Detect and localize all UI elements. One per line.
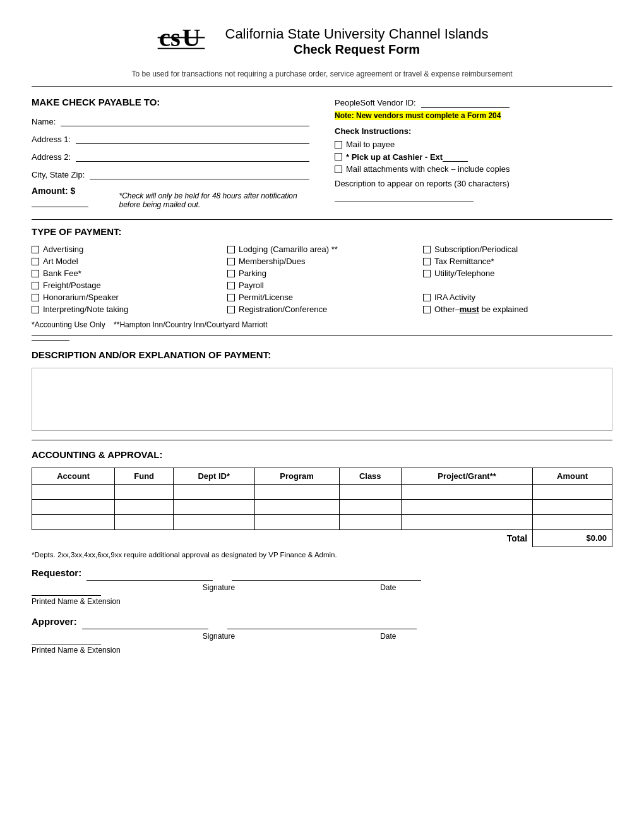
- checkbox-art-model[interactable]: [32, 258, 39, 265]
- approver-signature-label: Signature: [203, 632, 235, 641]
- payment-item-art-model: Art Model: [32, 257, 221, 266]
- col-dept-id: Dept ID*: [174, 468, 255, 485]
- col-amount: Amount: [533, 468, 612, 485]
- divider-desc: [32, 335, 612, 336]
- cell-dept-3[interactable]: [174, 515, 255, 530]
- label-freight: Freight/Postage: [43, 281, 101, 290]
- payment-item-parking: Parking: [227, 269, 417, 278]
- checkbox-interpreting[interactable]: [32, 306, 39, 313]
- check-option-pickup: * Pick up at Cashier - Ext: [335, 152, 612, 162]
- cell-program-3[interactable]: [254, 515, 339, 530]
- payment-item-payroll: Payroll: [227, 281, 417, 290]
- make-check-left: MAKE CHECK PAYABLE TO: Name: Address 1: …: [32, 97, 309, 209]
- divider-payment: [32, 219, 612, 220]
- requestor-name-input[interactable]: [86, 568, 213, 581]
- cell-amount-3[interactable]: [533, 515, 612, 530]
- checkbox-honorarium[interactable]: [32, 294, 39, 301]
- checkbox-subscription[interactable]: [423, 246, 431, 253]
- checkbox-mail[interactable]: [335, 141, 342, 148]
- address1-label: Address 1:: [32, 135, 71, 144]
- requestor-bottom-line[interactable]: [32, 583, 101, 596]
- requestor-date-label: Date: [380, 583, 396, 592]
- description-textarea[interactable]: [32, 368, 612, 431]
- city-row: City, State Zip:: [32, 168, 309, 179]
- payment-section: TYPE OF PAYMENT: Advertising Lodging (Ca…: [32, 226, 612, 329]
- address1-input[interactable]: [76, 133, 309, 144]
- col-project-grant: Project/Grant**: [401, 468, 532, 485]
- page-header: cs U California State University Channel…: [32, 19, 612, 63]
- total-amount: $0.00: [533, 530, 612, 547]
- new-vendor-note: Note: New vendors must complete a Form 2…: [335, 111, 501, 120]
- ext-input[interactable]: [443, 152, 468, 162]
- description-input[interactable]: [335, 192, 474, 202]
- approver-printed-name-label: Printed Name & Extension: [32, 646, 121, 655]
- checkbox-other[interactable]: [423, 306, 431, 313]
- payment-item-ira: IRA Activity: [423, 293, 612, 302]
- cell-program-1[interactable]: [254, 485, 339, 500]
- payment-item-permit: Permit/License: [227, 293, 417, 302]
- cell-class-2[interactable]: [339, 500, 401, 515]
- checkbox-lodging[interactable]: [227, 246, 235, 253]
- cell-program-2[interactable]: [254, 500, 339, 515]
- payment-item-lodging: Lodging (Camarillo area) **: [227, 245, 417, 254]
- amount-row: Amount: $ *Check will only be held for 4…: [32, 186, 309, 209]
- checkbox-ira[interactable]: [423, 294, 431, 301]
- checkbox-membership[interactable]: [227, 258, 235, 265]
- amount-input[interactable]: [32, 196, 88, 207]
- approver-name-input[interactable]: [82, 617, 208, 629]
- check-instructions-title: Check Instructions:: [335, 126, 612, 136]
- checkbox-utility[interactable]: [423, 270, 431, 277]
- city-input[interactable]: [90, 168, 309, 179]
- label-parking: Parking: [239, 269, 266, 278]
- checkbox-attachments[interactable]: [335, 166, 342, 173]
- cell-amount-1[interactable]: [533, 485, 612, 500]
- payment-item-freight: Freight/Postage: [32, 281, 221, 290]
- accounting-table: Account Fund Dept ID* Program Class Proj…: [32, 468, 612, 547]
- name-input[interactable]: [61, 115, 309, 126]
- cell-amount-2[interactable]: [533, 500, 612, 515]
- make-check-right: PeopleSoft Vendor ID: Note: New vendors …: [322, 97, 612, 209]
- label-tax: Tax Remittance*: [434, 257, 494, 266]
- payment-title: TYPE OF PAYMENT:: [32, 226, 612, 237]
- cell-account-2[interactable]: [32, 500, 115, 515]
- cell-project-2[interactable]: [401, 500, 532, 515]
- cell-project-3[interactable]: [401, 515, 532, 530]
- name-label: Name:: [32, 117, 56, 126]
- cell-dept-2[interactable]: [174, 500, 255, 515]
- vendor-id-input[interactable]: [421, 97, 510, 108]
- checkbox-pickup[interactable]: [335, 153, 342, 160]
- approver-bottom-line[interactable]: [32, 632, 101, 644]
- approver-label: Approver:: [32, 616, 77, 627]
- cell-account-3[interactable]: [32, 515, 115, 530]
- cell-class-1[interactable]: [339, 485, 401, 500]
- checkbox-permit[interactable]: [227, 294, 235, 301]
- checkbox-registration[interactable]: [227, 306, 235, 313]
- label-payroll: Payroll: [239, 281, 264, 290]
- cell-fund-1[interactable]: [115, 485, 174, 500]
- cell-fund-3[interactable]: [115, 515, 174, 530]
- checkbox-parking[interactable]: [227, 270, 235, 277]
- cell-account-1[interactable]: [32, 485, 115, 500]
- check-option-pickup-label: * Pick up at Cashier - Ext: [346, 152, 443, 162]
- cell-dept-1[interactable]: [174, 485, 255, 500]
- make-check-title: MAKE CHECK PAYABLE TO:: [32, 97, 309, 107]
- university-logo: cs U: [156, 19, 206, 63]
- cell-fund-2[interactable]: [115, 500, 174, 515]
- checkbox-tax[interactable]: [423, 258, 431, 265]
- requestor-sig-input[interactable]: [232, 568, 421, 581]
- col-program: Program: [254, 468, 339, 485]
- label-ira: IRA Activity: [434, 293, 475, 302]
- form-tagline: To be used for transactions not requirin…: [32, 70, 612, 78]
- checkbox-advertising[interactable]: [32, 246, 39, 253]
- checkbox-payroll[interactable]: [227, 282, 235, 289]
- payment-item-registration: Registration/Conference: [227, 305, 417, 314]
- cell-project-1[interactable]: [401, 485, 532, 500]
- approver-sig-input[interactable]: [227, 617, 417, 629]
- col-fund: Fund: [115, 468, 174, 485]
- label-utility: Utility/Telephone: [434, 269, 494, 278]
- col-account: Account: [32, 468, 115, 485]
- checkbox-bank-fee[interactable]: [32, 270, 39, 277]
- address2-input[interactable]: [76, 150, 309, 162]
- checkbox-freight[interactable]: [32, 282, 39, 289]
- cell-class-3[interactable]: [339, 515, 401, 530]
